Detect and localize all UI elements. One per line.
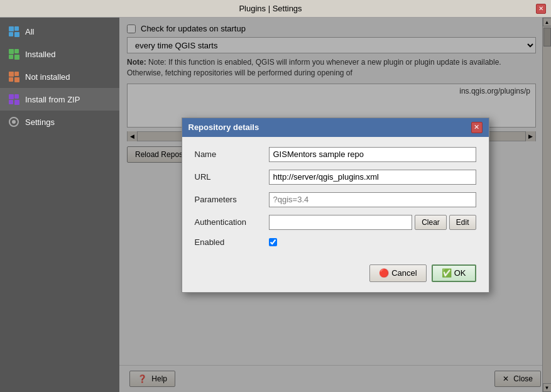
sidebar-settings-label: Settings bbox=[25, 117, 55, 127]
url-label: URL bbox=[195, 172, 264, 182]
modal-overlay: Repository details ✕ Name URL bbox=[119, 18, 551, 392]
cancel-icon: 🔴 bbox=[379, 268, 389, 278]
parameters-label: Parameters bbox=[195, 195, 264, 204]
sidebar-item-all[interactable]: All bbox=[0, 20, 119, 43]
url-input[interactable] bbox=[269, 170, 476, 185]
svg-rect-7 bbox=[14, 55, 19, 60]
svg-rect-12 bbox=[9, 94, 14, 99]
clear-button[interactable]: Clear bbox=[415, 215, 447, 230]
svg-point-17 bbox=[12, 120, 16, 124]
window-title: Plugins | Settings bbox=[5, 4, 536, 13]
authentication-row: Authentication Clear Edit bbox=[195, 215, 476, 230]
svg-rect-8 bbox=[9, 72, 14, 77]
sidebar-item-not-installed[interactable]: Not installed bbox=[0, 65, 119, 88]
sidebar-all-label: All bbox=[25, 27, 34, 36]
svg-rect-6 bbox=[9, 55, 13, 59]
repository-details-modal: Repository details ✕ Name URL bbox=[182, 117, 489, 293]
ok-button[interactable]: ✅ OK bbox=[432, 264, 476, 282]
svg-rect-4 bbox=[9, 49, 14, 54]
svg-rect-2 bbox=[9, 32, 13, 36]
svg-rect-13 bbox=[14, 94, 19, 99]
modal-title-bar: Repository details ✕ bbox=[182, 118, 489, 137]
svg-rect-5 bbox=[14, 49, 19, 53]
svg-rect-3 bbox=[14, 32, 19, 37]
modal-footer: 🔴 Cancel ✅ OK bbox=[182, 257, 489, 292]
url-row: URL bbox=[195, 170, 476, 185]
authentication-input[interactable] bbox=[269, 215, 413, 230]
sidebar-installed-label: Installed bbox=[25, 50, 55, 59]
modal-close-button[interactable]: ✕ bbox=[471, 122, 483, 133]
zip-icon bbox=[8, 93, 20, 106]
cancel-button[interactable]: 🔴 Cancel bbox=[369, 264, 426, 282]
sidebar-not-installed-label: Not installed bbox=[25, 72, 70, 82]
name-row: Name bbox=[195, 147, 476, 162]
name-label: Name bbox=[195, 150, 264, 159]
enabled-checkbox-container bbox=[269, 238, 277, 246]
enabled-checkbox[interactable] bbox=[269, 238, 277, 246]
sidebar-item-install-from-zip[interactable]: Install from ZIP bbox=[0, 88, 119, 111]
enabled-label: Enabled bbox=[195, 237, 264, 247]
svg-rect-11 bbox=[14, 77, 19, 82]
installed-icon bbox=[8, 48, 20, 60]
svg-rect-9 bbox=[14, 72, 19, 76]
svg-rect-0 bbox=[9, 26, 14, 31]
sidebar: All Installed bbox=[0, 18, 119, 392]
puzzle-icon bbox=[8, 25, 20, 38]
svg-rect-15 bbox=[14, 100, 19, 105]
window-close-button[interactable]: ✕ bbox=[536, 4, 546, 14]
svg-rect-14 bbox=[9, 100, 13, 104]
sidebar-item-settings[interactable]: Settings bbox=[0, 111, 119, 133]
sidebar-zip-label: Install from ZIP bbox=[25, 95, 80, 104]
svg-rect-1 bbox=[14, 26, 19, 31]
title-bar: Plugins | Settings ✕ bbox=[0, 0, 551, 18]
svg-rect-10 bbox=[9, 77, 13, 82]
auth-controls: Clear Edit bbox=[269, 215, 476, 230]
name-input[interactable] bbox=[269, 147, 476, 162]
parameters-row: Parameters bbox=[195, 192, 476, 207]
authentication-label: Authentication bbox=[195, 217, 264, 227]
parameters-input[interactable] bbox=[269, 192, 476, 207]
main-dialog: Plugins | Settings ✕ All bbox=[0, 0, 551, 392]
not-installed-icon bbox=[8, 70, 20, 83]
enabled-row: Enabled bbox=[195, 237, 476, 247]
settings-icon bbox=[8, 116, 20, 128]
main-content: All Installed bbox=[0, 18, 551, 392]
modal-body: Name URL Parameters bbox=[182, 137, 489, 257]
modal-title: Repository details bbox=[188, 122, 259, 132]
modal-edit-button[interactable]: Edit bbox=[449, 215, 476, 230]
sidebar-item-installed[interactable]: Installed bbox=[0, 43, 119, 65]
ok-icon: ✅ bbox=[442, 268, 452, 278]
